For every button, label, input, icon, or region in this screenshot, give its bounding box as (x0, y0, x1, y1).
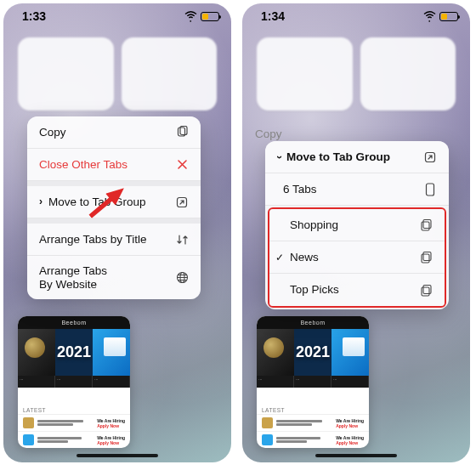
thumbnail-latest: LATEST (257, 405, 369, 415)
tab-group-news[interactable]: ✓ News (269, 241, 445, 274)
home-indicator[interactable] (76, 454, 158, 457)
list-item: We Are HiringApply Now (257, 432, 369, 448)
close-icon (174, 159, 190, 170)
background-widgets (257, 37, 456, 110)
status-time: 1:34 (261, 9, 285, 23)
chevron-right-icon: › (39, 196, 42, 208)
battery-icon (201, 12, 219, 21)
menu-item-arrange-by-website[interactable]: Arrange Tabs By Website (27, 256, 201, 299)
wifi-icon (423, 12, 436, 21)
phone-left: 1:33 Copy Close Other Tabs ›Move to (3, 3, 231, 462)
menu-item-close-other-tabs[interactable]: Close Other Tabs (27, 149, 201, 181)
menu-label: Top Picks (290, 283, 339, 297)
thumbnail-hero: 2021 (18, 329, 130, 376)
open-icon (422, 151, 438, 163)
tab-thumbnail[interactable]: Beebom 2021 ……… LATEST We Are HiringAppl… (18, 316, 130, 448)
device-icon (422, 183, 438, 196)
open-icon (174, 196, 190, 208)
menu-label: Copy (39, 126, 66, 139)
context-menu: Copy Close Other Tabs ›Move to Tab Group… (27, 116, 201, 299)
menu-item-copy[interactable]: Copy (27, 116, 201, 149)
background-widgets (18, 37, 217, 110)
list-item: We Are HiringApply Now (257, 415, 369, 432)
hero-year: 2021 (294, 329, 332, 376)
menu-label: 6 Tabs (283, 183, 317, 196)
menu-label: Arrange Tabs by Title (39, 233, 147, 246)
list-item: We Are HiringApply Now (18, 415, 130, 432)
status-bar: 1:34 (242, 3, 470, 29)
submenu-header-move-to-tab-group[interactable]: ›Move to Tab Group (265, 141, 449, 173)
status-bar: 1:33 (3, 3, 231, 29)
svg-rect-6 (427, 184, 434, 196)
status-time: 1:33 (22, 9, 46, 23)
svg-rect-12 (423, 285, 431, 293)
hero-year: 2021 (55, 329, 93, 376)
submenu-item-current-tabs[interactable]: 6 Tabs (265, 173, 449, 206)
thumbnail-title: Beebom (18, 316, 130, 329)
chevron-down-icon: › (273, 155, 285, 158)
menu-item-faded-copy: Copy (255, 128, 282, 140)
battery-icon (439, 12, 458, 21)
phone-right: 1:34 Copy ›Move to Tab Group 6 Tabs (242, 3, 470, 462)
list-item: We Are HiringApply Now (18, 432, 130, 448)
status-icons (423, 12, 458, 21)
menu-label: Shopping (290, 218, 338, 232)
stack-icon (418, 284, 434, 297)
menu-label: Move to Tab Group (286, 150, 390, 164)
svg-rect-7 (422, 222, 429, 230)
svg-rect-8 (423, 220, 431, 229)
thumbnail-title: Beebom (257, 316, 369, 329)
tab-group-highlight: Shopping ✓ News Top Picks (268, 207, 446, 308)
tab-group-shopping[interactable]: Shopping (269, 209, 445, 241)
home-indicator[interactable] (315, 454, 397, 457)
globe-icon (174, 271, 190, 284)
tab-group-top-picks[interactable]: Top Picks (269, 274, 445, 306)
menu-label: News (290, 251, 319, 264)
svg-rect-10 (423, 252, 431, 261)
stack-icon (418, 251, 434, 264)
thumbnail-latest: LATEST (18, 405, 130, 415)
copy-icon (174, 126, 190, 139)
stack-icon (418, 218, 434, 231)
tab-group-submenu: ›Move to Tab Group 6 Tabs Shopping ✓ New… (265, 141, 449, 309)
thumbnail-hero: 2021 (257, 329, 369, 376)
tab-thumbnail[interactable]: Beebom 2021 ……… LATEST We Are HiringAppl… (257, 316, 369, 448)
check-icon: ✓ (275, 252, 284, 264)
status-icons (184, 12, 219, 21)
menu-item-arrange-by-title[interactable]: Arrange Tabs by Title (27, 224, 201, 256)
menu-label: Close Other Tabs (39, 158, 128, 172)
svg-rect-9 (422, 254, 429, 263)
menu-label: Arrange Tabs By Website (39, 264, 107, 291)
sort-icon (174, 234, 190, 246)
svg-rect-11 (422, 287, 429, 296)
wifi-icon (184, 12, 197, 21)
